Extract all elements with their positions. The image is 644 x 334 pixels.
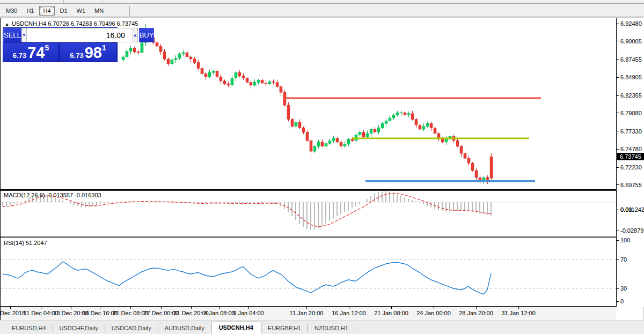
timeframe-toolbar: M30H1H4D1W1MN: [0, 4, 644, 17]
time-axis-label: 24 Jan 00:00: [416, 310, 451, 316]
time-axis-label: 31 Dec 20:00: [173, 310, 208, 316]
timeframe-button-h4[interactable]: H4: [39, 6, 54, 16]
timeframe-button-mn[interactable]: MN: [91, 6, 107, 16]
time-axis-tick: [191, 307, 192, 309]
price-axis-tick: [617, 77, 619, 78]
current-price-tag: 6.73745: [617, 153, 644, 160]
price-axis-tick: [617, 95, 619, 96]
sell-button[interactable]: SELL: [3, 28, 21, 42]
price-axis-label: 6.84905: [620, 74, 642, 80]
price-axis-label: 6.90005: [620, 38, 642, 44]
time-axis-tick: [518, 307, 519, 309]
price-axis-tick: [617, 113, 619, 113]
tab-eurgbp-h1[interactable]: EURGBP,H1: [261, 323, 308, 334]
rsi-indicator-label: RSI(14) 51.2047: [4, 240, 47, 246]
time-axis-tick: [248, 307, 249, 309]
sell-price-pip: 5: [45, 44, 49, 51]
time-axis-label: 4 Jan 08:00: [204, 310, 235, 316]
time-axis-tick: [434, 307, 434, 309]
time-axis-label: 16 Jan 12:00: [332, 310, 366, 316]
rsi-axis-tick: [617, 240, 619, 241]
timeframe-button-d1[interactable]: D1: [56, 6, 71, 16]
toolbar-separator: [129, 6, 130, 16]
volume-decrease-button[interactable]: ▼: [21, 28, 27, 42]
time-axis-tick: [391, 307, 392, 309]
volume-input[interactable]: [27, 28, 133, 42]
rsi-axis-tick: [617, 301, 619, 302]
price-axis-label: 6.69755: [620, 182, 642, 188]
time-axis-tick: [130, 307, 131, 309]
chart-title-ohlc: USDCNH,H4 6.70726 6.74263 6.70496 6.7374…: [12, 20, 138, 27]
time-axis-tick: [306, 307, 307, 309]
rsi-axis-tick: [617, 288, 619, 289]
price-axis-label: 6.72230: [620, 164, 642, 170]
tab-nzdusd-h1[interactable]: NZDUSD,H1: [308, 323, 355, 334]
price-axis-tick: [617, 131, 619, 131]
sell-price-button[interactable]: 6.73 74 5: [3, 43, 58, 62]
chart-tabs-bar: EURUSD,H4USDCHF,DailyUSDCAD,DailyAUDUSD,…: [0, 321, 644, 334]
tab-audusd-daily[interactable]: AUDUSD,Daily: [158, 323, 211, 334]
buy-price-main: 98: [85, 45, 102, 61]
macd-axis-tick: [617, 231, 619, 231]
time-axis-tick: [219, 307, 220, 309]
rsi-axis-label: 30: [620, 285, 627, 292]
rsi-axis-tick: [617, 259, 619, 260]
chart-window[interactable]: ▲USDCNH,H4 6.70726 6.74263 6.70496 6.737…: [0, 18, 643, 320]
toolbar-separator: [102, 0, 103, 3]
top-toolbar-strip: [0, 0, 644, 4]
buy-price-prefix: 6.73: [70, 51, 83, 61]
buy-button[interactable]: BUY: [139, 28, 155, 42]
timeframe-button-m30[interactable]: M30: [2, 6, 21, 16]
price-axis-tick: [617, 149, 619, 150]
rsi-axis-label: 0: [620, 298, 624, 305]
time-axis-tick: [71, 307, 71, 309]
tab-eurusd-h4[interactable]: EURUSD,H4: [5, 323, 53, 334]
rsi-axis-label: 70: [620, 256, 627, 263]
time-axis-tick: [349, 307, 349, 309]
time-axis-tick: [161, 307, 162, 309]
time-axis-label: 18 Dec 16:00: [82, 310, 117, 316]
tab-usdchf-daily[interactable]: USDCHF,Daily: [53, 323, 105, 334]
price-axis-label: 6.92480: [620, 20, 642, 27]
price-axis-tick: [617, 41, 619, 41]
time-axis-label: 21 Dec 08:00: [113, 310, 148, 316]
price-axis[interactable]: 6.924806.900056.874556.849056.823556.798…: [616, 18, 644, 307]
macd-axis-label: 0.00: [620, 206, 632, 213]
timeframe-button-h1[interactable]: H1: [23, 6, 38, 16]
price-axis-label: 6.77330: [620, 128, 642, 135]
rsi-axis-label: 100: [620, 237, 630, 243]
toolbar-separator: [63, 0, 64, 3]
one-click-trade-panel: SELL ▼ ▲ BUY 6.73 74 5 6.73 98 1: [3, 27, 118, 62]
time-axis-tick: [41, 307, 41, 309]
time-axis-label: 31 Jan 12:00: [501, 310, 536, 316]
buy-price-button[interactable]: 6.73 98 1: [60, 43, 116, 62]
tab-usdcnh-h4[interactable]: USDCNH,H4: [211, 322, 261, 334]
time-axis-label: 9 Jan 04:00: [233, 310, 264, 316]
time-axis[interactable]: 5 Dec 201811 Dec 04:0013 Dec 20:0018 Dec…: [1, 307, 616, 321]
price-axis-tick: [617, 59, 619, 60]
rsi-plot[interactable]: [1, 238, 616, 306]
buy-price-pip: 1: [102, 44, 106, 51]
price-axis-tick: [617, 167, 619, 168]
tab-usdcad-daily[interactable]: USDCAD,Daily: [105, 323, 158, 334]
time-axis-tick: [100, 307, 100, 309]
tab-separator: [355, 324, 355, 332]
macd-axis-tick: [617, 210, 619, 210]
chart-header: ▲USDCNH,H4 6.70726 6.74263 6.70496 6.737…: [5, 20, 138, 27]
sell-price-prefix: 6.73: [13, 51, 26, 61]
timeframe-button-w1[interactable]: W1: [73, 6, 90, 16]
price-axis-label: 6.87455: [620, 56, 642, 63]
price-axis-tick: [617, 184, 619, 185]
sell-price-main: 74: [27, 45, 45, 61]
collapse-chart-icon[interactable]: ▲: [5, 22, 9, 27]
price-axis-label: 6.79880: [620, 110, 642, 116]
price-axis-label: 6.82355: [620, 92, 642, 99]
time-axis-label: 5 Dec 2018: [0, 310, 25, 316]
macd-axis-label: -0.028797: [620, 227, 644, 234]
time-axis-label: 11 Jan 20:00: [290, 310, 324, 316]
time-axis-label: 21 Jan 08:00: [374, 310, 408, 316]
time-axis-label: 28 Jan 20:00: [459, 310, 493, 316]
price-axis-label: 6.74780: [620, 146, 642, 152]
time-axis-tick: [476, 307, 477, 309]
volume-increase-button[interactable]: ▲: [133, 28, 138, 42]
